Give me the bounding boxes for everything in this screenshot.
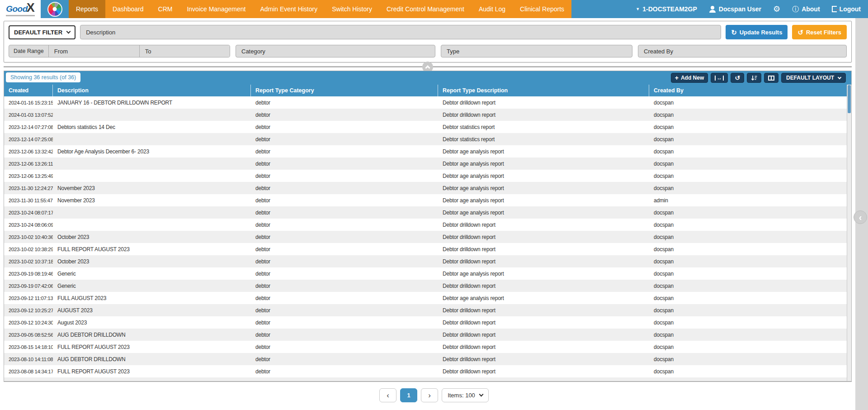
cell-report-type-description: Debtor drilldown report xyxy=(438,96,649,109)
cell-created: 2024-01-16 15:23:15 xyxy=(4,96,53,109)
fit-columns-button[interactable]: ↔ xyxy=(711,73,728,83)
update-results-button[interactable]: ↻ Update Results xyxy=(726,25,788,39)
date-from-input[interactable] xyxy=(49,45,140,57)
cell-report-type-category: debtor xyxy=(251,304,438,316)
next-page-button[interactable]: › xyxy=(421,388,438,402)
date-to-input[interactable] xyxy=(140,45,230,57)
column-header-description[interactable]: Description xyxy=(53,85,251,96)
table-row[interactable]: 2023-10-02 10:37:18 October 2023 debtor … xyxy=(4,255,851,267)
table-row[interactable]: 2023-12-06 13:32:42 Debtor Age Analysis … xyxy=(4,145,851,157)
arrows-horizontal-icon: ↔ xyxy=(715,76,724,81)
cell-created-by: docspan xyxy=(649,292,847,304)
entity-selector[interactable]: ▼ 1-DOCSTEAM2GP xyxy=(636,5,697,13)
plus-icon: + xyxy=(675,75,679,81)
undo-icon: ↺ xyxy=(797,29,803,36)
table-row[interactable]: 2023-09-05 08:52:56 AUG DEBTOR DRILLDOWN… xyxy=(4,329,851,341)
cell-report-type-description: Debtor statistics report xyxy=(438,133,649,145)
column-header-created[interactable]: Created xyxy=(4,85,53,96)
cell-description xyxy=(53,109,251,121)
cell-report-type-category: debtor xyxy=(251,219,438,231)
nav-item-admin-event-history[interactable]: Admin Event History xyxy=(253,0,325,18)
nav-item-clinical-reports[interactable]: Clinical Reports xyxy=(513,0,571,18)
column-header-report-type-description[interactable]: Report Type Description xyxy=(438,85,649,96)
reset-filters-button[interactable]: ↺ Reset Filters xyxy=(792,25,847,39)
table-row[interactable]: 2023-08-08 14:34:17 FULL REPORT AUGUST 2… xyxy=(4,365,851,377)
about-label: About xyxy=(802,5,820,13)
type-input[interactable] xyxy=(441,45,632,57)
vertical-scrollbar[interactable] xyxy=(847,85,851,381)
nav-item-switch-history[interactable]: Switch History xyxy=(325,0,379,18)
filter-row-2: Date Range xyxy=(4,43,851,62)
cell-description: October 2023 xyxy=(53,231,251,243)
table-header: Created Description Report Type Category… xyxy=(4,85,851,96)
table-row[interactable]: 2023-10-02 10:40:36 October 2023 debtor … xyxy=(4,231,851,243)
nav-item-dashboard[interactable]: Dashboard xyxy=(105,0,151,18)
table-row[interactable]: 2024-01-16 15:23:15 JANUARY 16 - DEBTOR … xyxy=(4,96,851,109)
table-row[interactable]: 2023-09-19 07:42:06 Generic debtor Debto… xyxy=(4,280,851,292)
description-input[interactable] xyxy=(80,25,721,39)
table-row[interactable]: 2023-10-24 08:07:17 debtor Debtor age an… xyxy=(4,206,851,219)
table-row[interactable]: 2023-09-12 10:25:27 AUGUST 2023 debtor D… xyxy=(4,304,851,316)
settings-button[interactable]: ⚙ xyxy=(773,4,780,14)
items-per-page-select[interactable]: Items: 100 xyxy=(442,388,489,402)
table-row[interactable]: 2023-12-06 13:26:11 debtor Debtor age an… xyxy=(4,157,851,170)
logout-button[interactable]: → Logout xyxy=(832,5,861,13)
table-row[interactable]: 2023-09-12 10:24:30 August 2023 debtor D… xyxy=(4,316,851,329)
scrollbar-thumb[interactable] xyxy=(848,85,851,113)
table-row[interactable]: 2023-11-30 12:24:27 November 2023 debtor… xyxy=(4,182,851,194)
side-panel-handle[interactable]: ‹ xyxy=(854,210,867,224)
column-header-report-type-category[interactable]: Report Type Category xyxy=(251,85,438,96)
cell-report-type-description: Debtor drilldown report xyxy=(438,353,649,365)
cell-created: 2023-12-06 13:25:49 xyxy=(4,170,53,182)
nav-item-credit-control-management[interactable]: Credit Control Management xyxy=(379,0,472,18)
nav-item-invoice-management[interactable]: Invoice Management xyxy=(179,0,253,18)
layout-select[interactable]: DEFAULT LAYOUT xyxy=(781,73,846,83)
cell-description: AUG DEBTOR DRILLDOWN xyxy=(53,329,251,341)
nav-item-crm[interactable]: CRM xyxy=(151,0,180,18)
category-input[interactable] xyxy=(236,45,435,57)
table-row[interactable]: 2023-11-30 11:55:47 November 2023 debtor… xyxy=(4,194,851,206)
table-row[interactable]: 2023-12-14 07:27:08 Debtors statistics 1… xyxy=(4,121,851,133)
reset-grid-button[interactable]: ↺ xyxy=(731,73,744,83)
filter-preset-select[interactable]: DEFAULT FILTER xyxy=(9,25,75,39)
columns-icon xyxy=(768,76,774,81)
table-row[interactable]: 2023-10-02 10:38:29 FULL REPORT AUGUST 2… xyxy=(4,243,851,255)
created-by-input[interactable] xyxy=(638,45,847,57)
cell-report-type-category: debtor xyxy=(251,353,438,365)
table-row[interactable]: 2024-01-03 13:07:52 debtor Debtor drilld… xyxy=(4,109,851,121)
columns-button[interactable] xyxy=(764,73,778,83)
cell-created: 2023-11-30 12:24:27 xyxy=(4,182,53,194)
previous-page-button[interactable]: ‹ xyxy=(379,388,396,402)
goodx-logo[interactable]: Good X xyxy=(0,0,41,18)
cell-created-by: docspan xyxy=(649,206,847,219)
table-row[interactable]: 2023-12-14 07:25:08 debtor Debtor statis… xyxy=(4,133,851,145)
page-number-button[interactable]: 1 xyxy=(400,388,417,402)
cell-description xyxy=(53,133,251,145)
cell-description xyxy=(53,157,251,170)
cell-report-type-description: Debtor age analysis report xyxy=(438,194,649,206)
cell-description: Generic xyxy=(53,280,251,292)
add-new-button[interactable]: + Add New xyxy=(671,73,708,83)
nav-item-reports[interactable]: Reports xyxy=(69,0,105,18)
table-row[interactable]: 2023-09-19 08:19:46 Generic debtor Debto… xyxy=(4,267,851,280)
rotate-left-icon: ↺ xyxy=(735,75,740,81)
cell-report-type-category: debtor xyxy=(251,170,438,182)
column-header-created-by[interactable]: Created By xyxy=(649,85,847,96)
cell-report-type-category: debtor xyxy=(251,329,438,341)
info-icon: ⓘ xyxy=(792,5,799,14)
table-row[interactable]: 2023-10-24 08:06:09 debtor Debtor drilld… xyxy=(4,219,851,231)
cell-created-by: docspan xyxy=(649,96,847,109)
sort-button[interactable] xyxy=(747,73,761,83)
table-row[interactable]: 2023-08-15 14:18:10 FULL REPORT AUGUST 2… xyxy=(4,341,851,353)
nav-item-audit-log[interactable]: Audit Log xyxy=(472,0,513,18)
cell-created-by: docspan xyxy=(649,157,847,170)
app-switcher[interactable] xyxy=(41,0,69,18)
cell-report-type-category: debtor xyxy=(251,145,438,157)
cell-report-type-description: Debtor age analysis report xyxy=(438,157,649,170)
table-row[interactable]: 2023-12-06 13:25:49 debtor Debtor age an… xyxy=(4,170,851,182)
about-button[interactable]: ⓘ About xyxy=(792,5,820,14)
table-row[interactable]: 2023-09-12 11:07:13 FULL AUGUST 2023 deb… xyxy=(4,292,851,304)
cell-created: 2024-01-03 13:07:52 xyxy=(4,109,53,121)
user-menu[interactable]: Docspan User xyxy=(709,5,761,13)
table-row[interactable]: 2023-08-10 14:11:08 AUG DEBTOR DRILLDOWN… xyxy=(4,353,851,365)
